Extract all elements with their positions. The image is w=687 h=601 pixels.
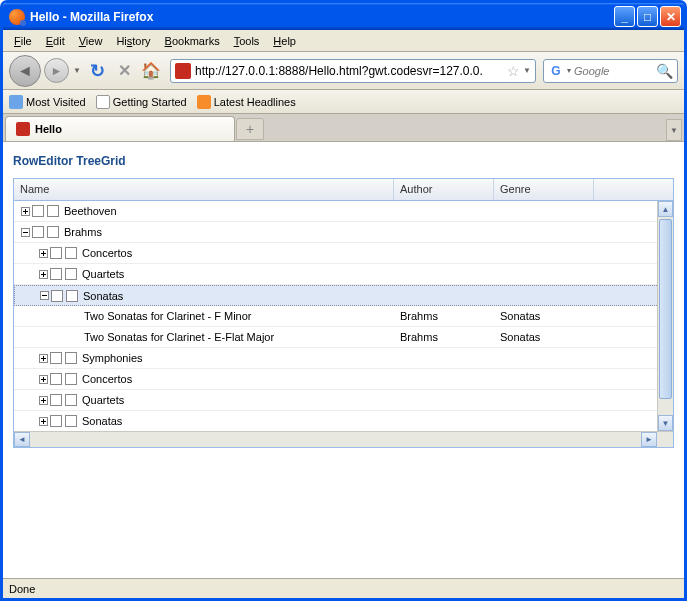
row-label: Quartets	[82, 394, 124, 406]
checkbox[interactable]	[65, 247, 77, 259]
row-label: Concertos	[82, 373, 132, 385]
stop-button[interactable]: ✕	[112, 59, 136, 83]
checkbox[interactable]	[50, 415, 62, 427]
scroll-up-button[interactable]: ▲	[658, 201, 673, 217]
cell-name: Beethoven	[14, 204, 394, 218]
scroll-left-button[interactable]: ◄	[14, 432, 30, 447]
tab-list-dropdown[interactable]: ▼	[666, 119, 682, 141]
checkbox[interactable]	[50, 268, 62, 280]
checkbox[interactable]	[65, 373, 77, 385]
horizontal-scrollbar[interactable]: ◄ ►	[14, 431, 673, 447]
url-input[interactable]	[195, 64, 504, 78]
tree-row[interactable]: Quartets	[14, 264, 673, 285]
cell-author: Brahms	[394, 310, 494, 322]
checkbox[interactable]	[32, 226, 44, 238]
bookmark-getting-started[interactable]: Getting Started	[96, 95, 187, 109]
bookmark-folder-icon	[9, 95, 23, 109]
tree-row[interactable]: Concertos	[14, 243, 673, 264]
forward-button[interactable]: ►	[44, 58, 69, 83]
tree-row[interactable]: Symphonies	[14, 348, 673, 369]
checkbox[interactable]	[66, 290, 78, 302]
search-go-icon[interactable]: 🔍	[656, 63, 673, 79]
new-tab-button[interactable]: +	[236, 118, 264, 140]
menu-tools[interactable]: Tools	[227, 32, 267, 50]
checkbox[interactable]	[65, 394, 77, 406]
column-header-name[interactable]: Name	[14, 179, 394, 200]
minimize-button[interactable]: _	[614, 6, 635, 27]
back-button[interactable]: ◄	[9, 55, 41, 87]
google-icon: G	[548, 63, 564, 79]
scroll-down-button[interactable]: ▼	[658, 415, 673, 431]
search-box[interactable]: G ▾ 🔍	[543, 59, 678, 83]
menu-help[interactable]: Help	[266, 32, 303, 50]
bookmark-most-visited[interactable]: Most Visited	[9, 95, 86, 109]
expand-icon[interactable]	[36, 267, 50, 281]
checkbox[interactable]	[50, 373, 62, 385]
expand-icon[interactable]	[36, 414, 50, 428]
cell-name: Quartets	[14, 267, 394, 281]
menu-bookmarks[interactable]: Bookmarks	[158, 32, 227, 50]
tree-row[interactable]: Beethoven	[14, 201, 673, 222]
expand-icon[interactable]	[36, 393, 50, 407]
status-bar: Done	[3, 578, 684, 598]
maximize-button[interactable]: □	[637, 6, 658, 27]
tree-row[interactable]: Quartets	[14, 390, 673, 411]
row-label: Beethoven	[64, 205, 117, 217]
checkbox[interactable]	[65, 415, 77, 427]
column-header-spacer	[594, 179, 673, 200]
reload-button[interactable]: ↻	[85, 59, 109, 83]
rss-icon	[197, 95, 211, 109]
bookmark-star-icon[interactable]: ☆	[507, 63, 520, 79]
column-header-genre[interactable]: Genre	[494, 179, 594, 200]
cell-name: Sonatas	[15, 289, 395, 303]
row-label: Two Sonatas for Clarinet - F Minor	[84, 310, 252, 322]
collapse-icon[interactable]	[18, 225, 32, 239]
search-input[interactable]	[574, 65, 656, 77]
menu-file[interactable]: File	[7, 32, 39, 50]
menu-history[interactable]: History	[109, 32, 157, 50]
tree-row[interactable]: Two Sonatas for Clarinet - E-Flat MajorB…	[14, 327, 673, 348]
checkbox[interactable]	[51, 290, 63, 302]
search-engine-dropdown[interactable]: ▾	[567, 66, 571, 75]
scroll-thumb[interactable]	[659, 219, 672, 399]
expand-icon[interactable]	[36, 246, 50, 260]
menu-edit[interactable]: Edit	[39, 32, 72, 50]
titlebar[interactable]: Hello - Mozilla Firefox _ □ ✕	[3, 3, 684, 30]
tree-row[interactable]: Brahms	[14, 222, 673, 243]
expand-icon[interactable]	[18, 204, 32, 218]
url-bar[interactable]: ☆ ▼	[170, 59, 536, 83]
collapse-icon[interactable]	[37, 289, 51, 303]
row-label: Two Sonatas for Clarinet - E-Flat Major	[84, 331, 274, 343]
bookmark-latest-headlines[interactable]: Latest Headlines	[197, 95, 296, 109]
tree-row[interactable]: Concertos	[14, 369, 673, 390]
url-dropdown-icon[interactable]: ▼	[523, 66, 531, 75]
checkbox[interactable]	[50, 352, 62, 364]
expand-icon[interactable]	[36, 372, 50, 386]
vertical-scrollbar[interactable]: ▲ ▼	[657, 201, 673, 431]
leaf-spacer	[54, 309, 82, 323]
window-title: Hello - Mozilla Firefox	[30, 10, 614, 24]
home-button[interactable]: 🏠	[139, 59, 163, 83]
checkbox[interactable]	[47, 226, 59, 238]
bookmark-label: Most Visited	[26, 96, 86, 108]
checkbox[interactable]	[50, 394, 62, 406]
tab-hello[interactable]: Hello	[5, 116, 235, 141]
row-label: Symphonies	[82, 352, 143, 364]
checkbox[interactable]	[65, 268, 77, 280]
cell-name: Symphonies	[14, 351, 394, 365]
column-header-author[interactable]: Author	[394, 179, 494, 200]
expand-icon[interactable]	[36, 351, 50, 365]
bookmarks-toolbar: Most Visited Getting Started Latest Head…	[3, 90, 684, 114]
checkbox[interactable]	[32, 205, 44, 217]
close-button[interactable]: ✕	[660, 6, 681, 27]
document-icon	[96, 95, 110, 109]
scroll-right-button[interactable]: ►	[641, 432, 657, 447]
tree-row[interactable]: Sonatas	[14, 411, 673, 431]
checkbox[interactable]	[47, 205, 59, 217]
history-dropdown[interactable]: ▼	[72, 66, 82, 75]
menu-view[interactable]: View	[72, 32, 110, 50]
tree-row[interactable]: Two Sonatas for Clarinet - F MinorBrahms…	[14, 306, 673, 327]
tree-row[interactable]: Sonatas	[14, 285, 673, 306]
checkbox[interactable]	[50, 247, 62, 259]
checkbox[interactable]	[65, 352, 77, 364]
